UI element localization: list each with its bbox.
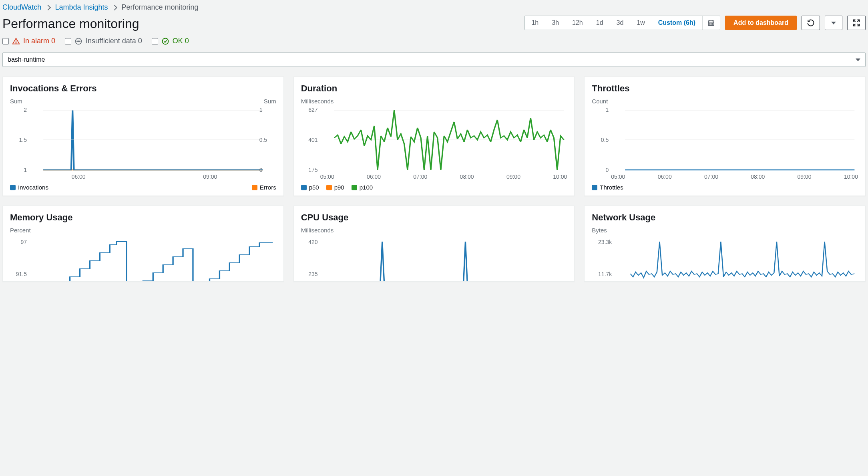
y-tick: 11.7k [592,271,612,277]
fullscreen-button[interactable] [847,16,866,30]
svg-point-7 [710,24,710,25]
legend-label: p50 [309,184,319,191]
panel-memory-usage: Memory Usage Percent 97 91.5 [2,206,284,282]
alarm-filter-row: In alarm 0 Insufficient data 0 OK 0 [2,31,866,52]
chevron-right-icon [46,6,50,10]
swatch-icon [326,185,332,190]
chart-throttles[interactable]: 1 0.5 0 [592,108,858,172]
svg-point-17 [77,41,78,42]
y-tick: 235 [301,271,318,277]
swatch-icon [301,185,307,190]
panel-title: Network Usage [592,212,858,223]
y-axis-label: Milliseconds [301,227,334,234]
in-alarm-label: In alarm 0 [23,37,55,45]
x-tick: 06:00 [72,173,86,180]
time-range-3d[interactable]: 3d [610,16,631,30]
legend-label: Invocations [18,184,48,191]
in-alarm-checkbox[interactable] [2,38,9,44]
chart-network[interactable]: 23.3k 11.7k [592,237,858,282]
legend-label: Errors [260,184,276,191]
panel-title: Duration [301,83,567,94]
svg-point-20 [162,38,168,44]
y-tick: 0.5 [592,137,609,143]
legend-label: p90 [334,184,344,191]
x-tick: 08:00 [751,173,765,180]
y-axis-label: Count [592,98,608,105]
svg-point-18 [78,41,79,42]
expand-icon [852,19,860,27]
insufficient-checkbox[interactable] [65,38,71,44]
y-tick: 23.3k [592,239,612,245]
x-tick: 08:00 [460,173,474,180]
calendar-icon [707,19,715,26]
y-tick: 420 [301,239,318,245]
refresh-button[interactable] [802,16,820,30]
time-range-1d[interactable]: 1d [590,16,610,30]
svg-point-5 [711,23,711,24]
y-tick: 1 [592,107,609,113]
x-tick: 06:00 [367,173,381,180]
time-range-custom[interactable]: Custom (6h) [652,16,702,30]
y-tick: 401 [301,137,318,143]
chart-invocations[interactable]: 2 1.5 1 1 0.5 0 [10,108,276,172]
y-tick: 0.5 [259,137,276,143]
x-tick: 07:00 [413,173,427,180]
insufficient-label: Insufficient data 0 [86,37,142,45]
y-tick: 0 [259,167,276,173]
ok-label: OK 0 [173,37,189,45]
panel-title: Throttles [592,83,858,94]
swatch-icon [592,185,597,190]
panel-cpu-usage: CPU Usage Milliseconds 420 235 [293,206,575,282]
panel-title: Invocations & Errors [10,83,276,94]
swatch-icon [352,185,357,190]
ok-check-icon [161,37,169,45]
y-tick: 1.5 [10,137,27,143]
time-range-1w[interactable]: 1w [630,16,651,30]
x-tick: 10:00 [844,173,858,180]
chart-duration[interactable]: 627 401 175 [301,108,567,172]
legend-label: p100 [360,184,373,191]
panel-title: Memory Usage [10,212,276,223]
caret-down-icon [831,22,836,24]
y-axis-right-label: Sum [264,98,276,105]
function-select-value: bash-runtime [8,56,45,63]
add-to-dashboard-button[interactable]: Add to dashboard [725,16,797,30]
ok-checkbox[interactable] [152,38,158,44]
x-tick: 05:00 [611,173,625,180]
swatch-icon [252,185,257,190]
svg-point-19 [80,41,80,42]
page-title: Performance monitoring [2,16,139,31]
x-tick: 09:00 [203,173,217,180]
y-axis-label: Milliseconds [301,98,334,105]
time-range-1h[interactable]: 1h [525,16,545,30]
x-tick: 10:00 [553,173,567,180]
svg-point-6 [712,23,713,24]
breadcrumb-current: Performance monitoring [121,3,198,12]
x-tick: 09:00 [506,173,520,180]
breadcrumb-lambda-insights[interactable]: Lambda Insights [55,3,108,12]
calendar-button[interactable] [702,16,720,30]
svg-point-9 [712,24,713,25]
y-axis-left-label: Sum [10,98,22,105]
chart-cpu[interactable]: 420 235 [301,237,567,282]
y-axis-label: Bytes [592,227,607,234]
toolbar: 1h 3h 12h 1d 3d 1w Custom (6h) Add to da… [524,16,866,30]
panel-invocations-errors: Invocations & Errors Sum Sum 2 1.5 1 1 0… [2,77,284,196]
svg-point-8 [711,24,711,25]
y-tick: 1 [10,167,27,173]
breadcrumb-cloudwatch[interactable]: CloudWatch [2,3,41,12]
time-range-12h[interactable]: 12h [566,16,590,30]
y-tick: 97 [10,239,27,245]
y-tick: 2 [10,107,27,113]
alarm-triangle-icon [12,37,20,45]
panel-throttles: Throttles Count 1 0.5 0 05:00 06:00 07:0… [584,77,866,196]
function-select[interactable]: bash-runtime [2,52,866,67]
time-range-3h[interactable]: 3h [545,16,566,30]
y-tick: 91.5 [10,271,27,277]
chart-memory[interactable]: 97 91.5 [10,237,276,282]
panel-duration: Duration Milliseconds 627 401 175 05:00 … [293,77,575,196]
x-tick: 05:00 [320,173,334,180]
y-tick: 175 [301,167,318,173]
caret-down-icon [856,58,860,61]
refresh-options-button[interactable] [825,16,842,30]
